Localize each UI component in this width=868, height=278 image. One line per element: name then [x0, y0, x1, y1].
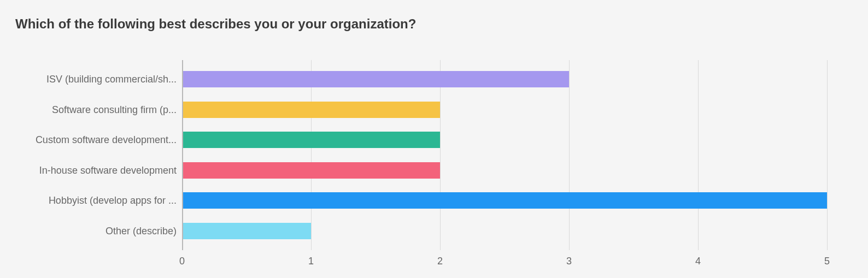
y-tick-label: Hobbyist (develop apps for ...: [15, 192, 177, 209]
bar-row: [182, 223, 311, 239]
x-tick-label: 0: [179, 256, 185, 267]
x-axis-labels: 012345: [182, 256, 827, 272]
bar-row: [182, 162, 440, 179]
bar[interactable]: [182, 223, 311, 239]
bar-row: [182, 192, 827, 209]
bar[interactable]: [182, 71, 569, 87]
x-tick-label: 1: [308, 256, 314, 267]
y-axis-labels: ISV (building commercial/sh...Software c…: [15, 60, 177, 250]
x-tick-label: 5: [824, 256, 830, 267]
y-tick-label: Custom software development...: [15, 132, 177, 148]
chart-area: ISV (building commercial/sh...Software c…: [15, 60, 857, 273]
bars-group: [182, 60, 827, 250]
y-tick-label: Software consulting firm (p...: [15, 102, 177, 118]
y-tick-label: In-house software development: [15, 162, 177, 179]
bar-row: [182, 132, 440, 148]
bar[interactable]: [182, 132, 440, 148]
bar-row: [182, 71, 569, 87]
chart-title: Which of the following best describes yo…: [15, 16, 416, 32]
bar[interactable]: [182, 192, 827, 209]
x-tick-label: 4: [695, 256, 701, 267]
bar[interactable]: [182, 162, 440, 179]
y-tick-label: Other (describe): [15, 223, 177, 239]
bar-row: [182, 102, 440, 118]
gridline: [827, 60, 828, 250]
y-tick-label: ISV (building commercial/sh...: [15, 71, 177, 87]
bar[interactable]: [182, 102, 440, 118]
y-axis-line: [182, 60, 183, 250]
x-tick-label: 3: [566, 256, 572, 267]
plot-area: [182, 60, 827, 250]
x-tick-label: 2: [437, 256, 443, 267]
